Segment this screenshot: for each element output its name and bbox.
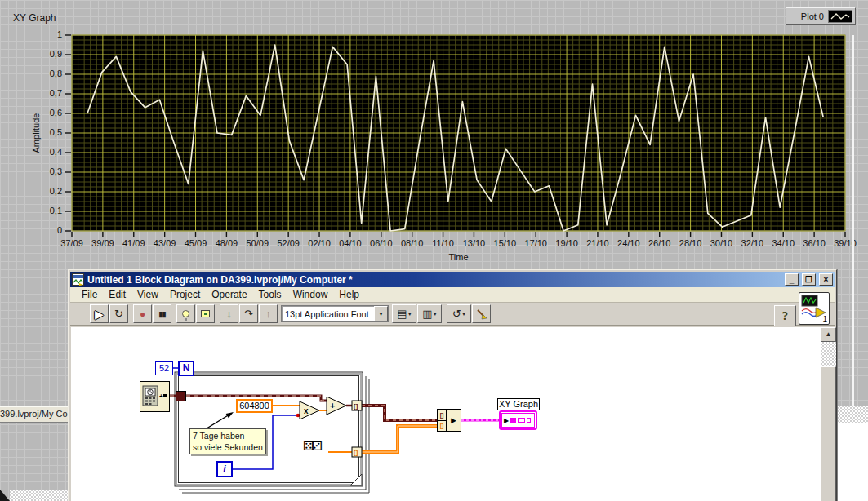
diagram-workspace[interactable]: x+[][] + [71, 327, 821, 501]
y-tick-label: 0 [24, 225, 62, 237]
menu-item-tools[interactable]: Tools [253, 288, 287, 301]
font-selector-value: 13pt Application Font [282, 309, 374, 319]
retain-wire-values-button[interactable] [196, 304, 215, 323]
y-tick-label: 0,7 [24, 88, 62, 100]
x-tick-label: 37/09 [56, 238, 88, 250]
step-over-button[interactable]: ↷ [239, 304, 258, 323]
x-tick-label: 36/10 [798, 238, 830, 250]
plot-style-icon[interactable] [828, 10, 852, 23]
run-continuous-button[interactable]: ↻ [109, 304, 128, 323]
title-bar[interactable]: Untitled 1 Block Diagram on DA399.lvproj… [70, 272, 835, 287]
menu-item-window[interactable]: Window [287, 288, 334, 301]
x-tick-label: 30/10 [705, 238, 737, 250]
scrollbar-track[interactable] [821, 342, 836, 366]
background-window-title-fragment[interactable]: 399.lvproj/My Co [0, 406, 68, 423]
xy-graph-plot-area[interactable] [64, 33, 852, 238]
cleanup-diagram-button[interactable] [472, 304, 491, 323]
x-tick-label: 24/10 [612, 238, 645, 250]
reorder-button[interactable]: ↺▾ [447, 304, 471, 323]
diagram-vertical-scrollbar[interactable]: ▲ [821, 327, 836, 501]
comment-note[interactable]: 7 Tage haben so viele Sekunden [189, 428, 266, 454]
close-button[interactable]: × [819, 273, 833, 286]
distribute-objects-button[interactable]: ▥▾ [417, 304, 442, 323]
font-selector-dropdown[interactable]: ▾ [374, 306, 388, 321]
terminal-play-icon: ▶ [504, 417, 509, 424]
y-tick-label: 0,1 [24, 206, 62, 217]
x-tick-label: 19/10 [550, 238, 583, 250]
run-icon: ▶ [95, 308, 104, 321]
iteration-terminal[interactable]: i [216, 461, 233, 477]
x-tick-label: 41/09 [118, 238, 150, 250]
loop-count-constant[interactable]: 52 [155, 361, 173, 375]
y-tick-label: 0,5 [24, 127, 62, 139]
window-title: Untitled 1 Block Diagram on DA399.lvproj… [87, 274, 781, 286]
run-continuous-icon: ↻ [114, 308, 123, 320]
plot-legend-name: Plot 0 [801, 11, 824, 21]
step-out-button[interactable]: ↑ [259, 304, 278, 323]
loop-count-terminal[interactable]: N [178, 361, 194, 376]
menu-item-file[interactable]: File [76, 288, 103, 301]
get-date-time-icon[interactable]: + [140, 381, 170, 412]
x-tick-label: 43/09 [149, 238, 181, 250]
svg-text:+: + [159, 392, 163, 400]
x-tick-label: 04/10 [334, 238, 367, 250]
x-tick-label: 50/09 [241, 238, 274, 250]
panel-scroll-track-bottom[interactable] [10, 490, 68, 501]
xy-graph-terminal-label[interactable]: XY Graph [497, 398, 540, 410]
minimize-button[interactable]: _ [785, 273, 799, 286]
panel-scroll-track-right[interactable] [837, 406, 868, 423]
comment-line-2: so viele Sekunden [193, 441, 263, 453]
y-tick-label: 0,3 [24, 166, 62, 178]
maximize-button[interactable]: ❐ [802, 273, 816, 286]
x-tick-label: 15/10 [488, 238, 521, 250]
cleanup-diagram-icon [476, 308, 487, 320]
menu-item-view[interactable]: View [131, 288, 164, 301]
x-tick-label: 26/10 [643, 238, 676, 250]
vi-titlebar-icon [72, 273, 84, 286]
block-diagram-window: Untitled 1 Block Diagram on DA399.lvproj… [68, 269, 837, 501]
bundle-arrow-icon: ► [447, 410, 461, 431]
pause-button[interactable]: ▮▮ [153, 304, 171, 323]
scrollbar-thumb[interactable] [821, 366, 836, 501]
step-into-button[interactable]: ↓ [220, 304, 238, 323]
panel-edge-line [852, 35, 854, 406]
step-over-icon: ↷ [244, 308, 253, 320]
graph-owned-label[interactable]: XY Graph [13, 12, 56, 24]
svg-text:[]: [] [354, 402, 358, 410]
panel-area-right [837, 423, 868, 501]
x-tick-label: 02/10 [303, 238, 336, 250]
random-number-icon[interactable]: ⚄⚂ [303, 441, 328, 465]
highlight-execution-button[interactable] [176, 304, 195, 323]
lightbulb-icon [182, 310, 189, 317]
menu-item-edit[interactable]: Edit [103, 288, 131, 301]
vi-icon[interactable]: 1 [799, 292, 830, 325]
abort-button[interactable]: ● [133, 304, 152, 323]
y-tick-label: 0,9 [24, 49, 62, 60]
align-objects-button[interactable]: ▤▾ [392, 304, 416, 323]
plot-legend[interactable]: Plot 0 [786, 7, 856, 25]
bundle-function[interactable]: [] [] ► [437, 409, 461, 432]
y-tick-label: 0,8 [24, 69, 62, 80]
scrollbar-up-button[interactable]: ▲ [821, 327, 836, 342]
screen: XY Graph Plot 0 10,90,80,70,60,50,40,30,… [0, 0, 868, 501]
seconds-per-week-constant[interactable]: 604800 [236, 399, 273, 413]
menu-item-project[interactable]: Project [164, 288, 206, 301]
x-tick-label: 21/10 [581, 238, 614, 250]
y-axis-label: Amplitude [31, 100, 42, 166]
svg-text:+: + [330, 401, 335, 410]
menu-item-operate[interactable]: Operate [206, 288, 252, 301]
xy-graph-terminal[interactable]: ▶ [499, 410, 537, 430]
menu-item-help[interactable]: Help [333, 288, 365, 301]
x-tick-label: 52/09 [272, 238, 305, 250]
y-tick-label: 0,6 [24, 108, 62, 119]
context-help-button[interactable]: ? [774, 305, 796, 326]
run-button[interactable]: ▶ [90, 304, 109, 323]
align-objects-icon: ▤ [397, 308, 407, 320]
x-tick-label: 13/10 [457, 238, 490, 250]
font-selector[interactable]: 13pt Application Font ▾ [281, 305, 389, 322]
window-corner-wedge [0, 490, 10, 501]
timestamp-tunnel-icon[interactable] [176, 391, 186, 401]
x-tick-label: 48/09 [210, 238, 243, 250]
toolbar: ▶ ↻ ● ▮▮ ↓ ↷ ↑ 13pt Application Font ▾ ▤… [70, 303, 835, 326]
abort-icon: ● [140, 308, 145, 320]
